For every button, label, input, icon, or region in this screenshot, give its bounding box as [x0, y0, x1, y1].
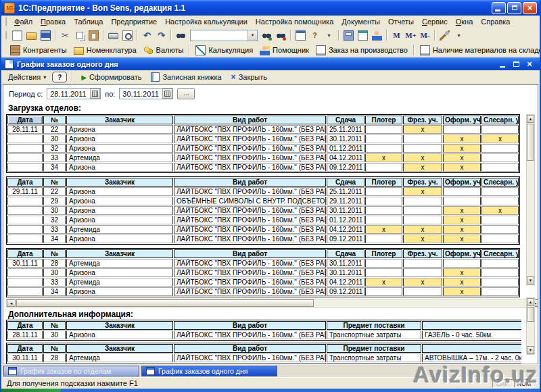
cell[interactable]: [443, 259, 481, 268]
help-button[interactable]: ?: [52, 72, 67, 82]
cell[interactable]: 09.12.2011: [327, 163, 364, 172]
scrollbar-thumb[interactable]: [527, 307, 534, 322]
cell[interactable]: ЛАЙТБОКС "ПВХ ПРОФИЛЬ - 160мм." (БЕЗ РАМ…: [174, 278, 326, 287]
mdi-close-button[interactable]: ×: [525, 59, 534, 68]
cell[interactable]: 04.12.2011: [327, 225, 364, 234]
cell[interactable]: [481, 153, 519, 162]
cell[interactable]: 29.11.2011: [327, 197, 364, 205]
cell[interactable]: 34: [43, 235, 66, 243]
column-header-7[interactable]: Оформ. уч.: [443, 249, 481, 258]
period-to-input[interactable]: 30.11.2011: [119, 88, 173, 99]
column-header-1[interactable]: №: [43, 116, 66, 124]
cell[interactable]: [443, 187, 481, 196]
cell[interactable]: 30.11.2011: [327, 206, 364, 215]
cell[interactable]: [7, 216, 43, 224]
save-button[interactable]: [39, 29, 53, 42]
tab-one-day-orders[interactable]: График заказов одного дня: [141, 366, 277, 376]
cell[interactable]: 30.11.11: [7, 353, 43, 362]
help-bubble-button[interactable]: ?: [308, 29, 322, 42]
column-header-6[interactable]: Фрез. уч.: [403, 249, 442, 258]
cell[interactable]: 01.12.2011: [327, 216, 364, 224]
toolbar-item-helper[interactable]: Помощник: [256, 45, 312, 56]
cell[interactable]: [403, 216, 442, 224]
cell[interactable]: [481, 187, 519, 196]
calendar-picker-button[interactable]: [90, 89, 100, 99]
column-header-7[interactable]: Оформ. уч.: [443, 178, 481, 187]
cell[interactable]: x: [403, 163, 442, 172]
close-button[interactable]: ×: [523, 2, 537, 14]
cell[interactable]: x: [403, 125, 442, 134]
column-header-1[interactable]: №: [43, 178, 66, 187]
cell[interactable]: Артемида: [66, 225, 173, 234]
column-header-5[interactable]: Г: [422, 321, 521, 330]
cell[interactable]: x: [403, 278, 442, 287]
column-header-8[interactable]: Слесарн. уч.: [481, 116, 519, 124]
column-header-1[interactable]: №: [43, 344, 66, 353]
cell[interactable]: Артемида: [66, 259, 173, 268]
menu-item-table[interactable]: Таблица: [70, 17, 107, 26]
cell[interactable]: x: [443, 144, 481, 153]
cell[interactable]: [7, 134, 43, 143]
cell[interactable]: [365, 235, 402, 243]
scroll-down-icon[interactable]: ▼: [527, 276, 534, 285]
cell[interactable]: ЛАЙТБОКС "ПВХ ПРОФИЛЬ - 160мм." (БЕЗ РАМ…: [174, 225, 326, 234]
cell[interactable]: 28.11.11: [7, 125, 43, 134]
cell[interactable]: 33: [43, 153, 66, 162]
cell[interactable]: x: [481, 206, 519, 215]
column-header-5[interactable]: Плотер: [365, 116, 402, 124]
cell[interactable]: [365, 216, 402, 224]
cell[interactable]: [403, 268, 442, 277]
cell[interactable]: 04.12.2011: [327, 278, 364, 287]
cell[interactable]: [481, 144, 519, 153]
minimize-button[interactable]: [492, 2, 506, 14]
cell[interactable]: [443, 125, 481, 134]
cell[interactable]: Транспортные затраты: [327, 353, 421, 362]
cell[interactable]: x: [443, 216, 481, 224]
column-header-1[interactable]: №: [43, 249, 66, 258]
toolbar-item-stock[interactable]: Наличие материалов на складе: [417, 45, 541, 56]
cell[interactable]: x: [443, 206, 481, 215]
cell[interactable]: [443, 197, 481, 205]
m-minus-button[interactable]: M-: [418, 29, 432, 42]
cell[interactable]: x: [443, 287, 481, 296]
m-plus-button[interactable]: M+: [404, 29, 418, 42]
cell[interactable]: 25.11.2011: [327, 187, 364, 196]
menu-item-help[interactable]: Справка: [477, 17, 514, 26]
cell[interactable]: [7, 153, 43, 162]
cell[interactable]: АВТОВЫШКА – 17м. - 2 час. 0км.: [422, 353, 521, 362]
generate-button[interactable]: ▶ Сформировать: [78, 72, 145, 82]
cell[interactable]: ЛАЙТБОКС "ПВХ ПРОФИЛЬ - 160мм." (БЕЗ РАМ…: [174, 259, 326, 268]
cell[interactable]: x: [443, 235, 481, 243]
cell[interactable]: 22: [43, 187, 66, 196]
cell[interactable]: [481, 259, 519, 268]
menu-item-calc-settings[interactable]: Настройка калькуляции: [161, 17, 252, 26]
redo-button[interactable]: ↷: [154, 29, 168, 42]
menu-item-file[interactable]: Файл: [10, 17, 37, 26]
cell[interactable]: 34: [43, 287, 66, 296]
column-header-3[interactable]: Вид работ: [174, 178, 326, 187]
period-settings-button[interactable]: ...: [177, 88, 195, 99]
column-header-0[interactable]: Дата: [7, 249, 43, 258]
scroll-down-icon[interactable]: ▼: [527, 346, 534, 354]
cell[interactable]: ЛАЙТБОКС "ПВХ ПРОФИЛЬ - 160мм." (БЕЗ РАМ…: [174, 163, 326, 172]
column-header-4[interactable]: Сдача: [327, 249, 364, 258]
period-from-input[interactable]: 28.11.2011: [47, 88, 101, 99]
cell[interactable]: [365, 125, 402, 134]
cell[interactable]: [365, 287, 402, 296]
cell[interactable]: [7, 235, 43, 243]
cell[interactable]: [7, 225, 43, 234]
column-header-3[interactable]: Вид работ: [174, 249, 326, 258]
cell[interactable]: [481, 197, 519, 205]
column-header-3[interactable]: Вид работ: [174, 116, 326, 124]
overflow1-button[interactable]: ▾: [322, 29, 336, 42]
calendar-button[interactable]: [356, 29, 370, 42]
calculator-button[interactable]: [342, 29, 356, 42]
cell[interactable]: Транспортные затраты: [327, 330, 421, 339]
find-button[interactable]: [174, 29, 188, 42]
column-header-5[interactable]: Плотер: [365, 178, 402, 187]
column-header-2[interactable]: Заказчик: [66, 321, 173, 330]
mdi-restore-button[interactable]: [511, 59, 521, 68]
cell[interactable]: 28.11.11: [7, 330, 43, 339]
report-window-titlebar[interactable]: График заказов одного дня ×: [1, 57, 540, 70]
cell[interactable]: Аризона: [66, 187, 173, 196]
